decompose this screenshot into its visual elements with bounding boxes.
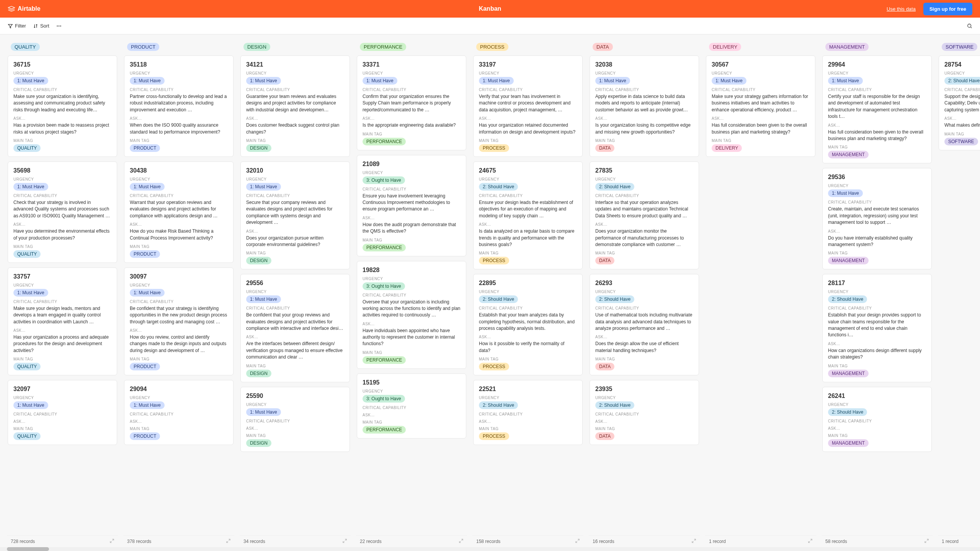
kanban-card[interactable]: 35118URGENCY1: Must HaveCRITICAL CAPABIL… bbox=[124, 55, 234, 157]
kanban-card[interactable]: 32010URGENCY1: Must HaveCRITICAL CAPABIL… bbox=[240, 161, 350, 269]
ask-text: How do you review, control and identify … bbox=[130, 334, 228, 354]
ask-label: ASK… bbox=[246, 229, 344, 233]
column-badge: DELIVERY bbox=[709, 43, 741, 51]
critical-label: CRITICAL CAPABILITY bbox=[130, 88, 228, 92]
column-footer: 16 records bbox=[589, 535, 700, 547]
critical-label: CRITICAL CAPABILITY bbox=[130, 412, 228, 416]
column-body[interactable]: 33371URGENCY1: Must HaveCRITICAL CAPABIL… bbox=[356, 55, 467, 535]
kanban-card[interactable]: 32038URGENCY1: Must HaveCRITICAL CAPABIL… bbox=[590, 55, 699, 157]
ask-label: ASK… bbox=[246, 335, 344, 339]
urgency-label: URGENCY bbox=[13, 177, 111, 181]
ask-label: ASK… bbox=[13, 419, 111, 424]
kanban-card[interactable]: 30097URGENCY1: Must HaveCRITICAL CAPABIL… bbox=[124, 267, 234, 375]
main-tag-pill: PROCESS bbox=[479, 144, 509, 152]
expand-icon[interactable] bbox=[343, 539, 347, 544]
record-count: 728 records bbox=[11, 539, 35, 544]
column-body[interactable]: 36715URGENCY1: Must HaveCRITICAL CAPABIL… bbox=[7, 55, 118, 535]
urgency-pill: 2: Should Have bbox=[828, 408, 867, 416]
expand-icon[interactable] bbox=[226, 539, 230, 544]
kanban-card[interactable]: 23935URGENCY2: Should HaveCRITICAL CAPAB… bbox=[590, 380, 699, 445]
expand-icon[interactable] bbox=[575, 539, 580, 544]
page-title: Kanban bbox=[479, 5, 501, 12]
critical-label: CRITICAL CAPABILITY bbox=[363, 187, 461, 191]
kanban-card[interactable]: 26241URGENCY2: Should HaveCRITICAL CAPAB… bbox=[822, 387, 932, 452]
ask-text: Has your organization retained documente… bbox=[479, 122, 577, 135]
kanban-card[interactable]: 30567URGENCY1: Must HaveCRITICAL CAPABIL… bbox=[706, 55, 815, 157]
kanban-card[interactable]: 29964URGENCY1: Must HaveCRITICAL CAPABIL… bbox=[822, 55, 932, 163]
kanban-card[interactable]: 33371URGENCY1: Must HaveCRITICAL CAPABIL… bbox=[357, 55, 466, 150]
kanban-card[interactable]: 25590URGENCY1: Must HaveCRITICAL CAPABIL… bbox=[240, 387, 350, 452]
ask-text: Has full consideration been given to the… bbox=[828, 129, 926, 142]
record-count: 34 records bbox=[243, 539, 265, 544]
expand-icon[interactable] bbox=[808, 539, 812, 544]
brand-logo[interactable]: Airtable bbox=[8, 5, 41, 13]
urgency-label: URGENCY bbox=[246, 290, 344, 294]
horizontal-scrollbar[interactable] bbox=[0, 547, 980, 551]
card-id: 19828 bbox=[363, 267, 461, 274]
kanban-card[interactable]: 19828URGENCY3: Ought to HaveCRITICAL CAP… bbox=[357, 261, 466, 369]
column-body[interactable]: 32038URGENCY1: Must HaveCRITICAL CAPABIL… bbox=[589, 55, 700, 535]
critical-label: CRITICAL CAPABILITY bbox=[246, 306, 344, 310]
ask-label: ASK… bbox=[13, 222, 111, 227]
urgency-pill: 2: Should Have bbox=[828, 295, 867, 303]
filter-button[interactable]: Filter bbox=[8, 23, 26, 29]
sort-button[interactable]: Sort bbox=[33, 23, 49, 29]
main-tag-pill: DESIGN bbox=[246, 439, 271, 447]
signup-button[interactable]: Sign up for free bbox=[923, 3, 972, 15]
card-id: 26293 bbox=[595, 280, 693, 287]
column-body[interactable]: 28754URGENCY2: Should HaveCRITICAL CAPAB… bbox=[938, 55, 980, 535]
urgency-label: URGENCY bbox=[479, 177, 577, 181]
ask-label: ASK… bbox=[363, 413, 461, 417]
kanban-card[interactable]: 32097URGENCY1: Must HaveCRITICAL CAPABIL… bbox=[8, 380, 117, 445]
kanban-card[interactable]: 29556URGENCY1: Must HaveCRITICAL CAPABIL… bbox=[240, 274, 350, 382]
kanban-board[interactable]: QUALITY36715URGENCY1: Must HaveCRITICAL … bbox=[0, 34, 980, 551]
kanban-card[interactable]: 35698URGENCY1: Must HaveCRITICAL CAPABIL… bbox=[8, 161, 117, 263]
column-footer: 1 record bbox=[938, 535, 980, 547]
column-body[interactable]: 33197URGENCY1: Must HaveCRITICAL CAPABIL… bbox=[472, 55, 583, 535]
column-header: PERFORMANCE bbox=[356, 41, 467, 55]
kanban-card[interactable]: 29094URGENCY1: Must HaveCRITICAL CAPABIL… bbox=[124, 380, 234, 445]
expand-icon[interactable] bbox=[692, 539, 696, 544]
urgency-label: URGENCY bbox=[479, 290, 577, 294]
main-tag-pill: MANAGEMENT bbox=[828, 257, 869, 264]
kanban-card[interactable]: 28117URGENCY2: Should HaveCRITICAL CAPAB… bbox=[822, 274, 932, 382]
critical-text: Partner cross-functionally to develop an… bbox=[130, 93, 228, 113]
expand-icon[interactable] bbox=[924, 539, 929, 544]
kanban-card[interactable]: 22895URGENCY2: Should HaveCRITICAL CAPAB… bbox=[473, 274, 583, 375]
ask-label: ASK… bbox=[130, 328, 228, 333]
kanban-card[interactable]: 30438URGENCY1: Must HaveCRITICAL CAPABIL… bbox=[124, 161, 234, 263]
search-button[interactable] bbox=[967, 23, 972, 29]
kanban-card[interactable]: 33757URGENCY1: Must HaveCRITICAL CAPABIL… bbox=[8, 267, 117, 375]
header-actions: Use this data Sign up for free bbox=[887, 3, 972, 15]
kanban-card[interactable]: 26293URGENCY2: Should HaveCRITICAL CAPAB… bbox=[590, 274, 699, 375]
kanban-card[interactable]: 21089URGENCY3: Ought to HaveCRITICAL CAP… bbox=[357, 155, 466, 256]
maintag-label: MAIN TAG bbox=[363, 238, 461, 242]
expand-icon[interactable] bbox=[459, 539, 463, 544]
column-body[interactable]: 30567URGENCY1: Must HaveCRITICAL CAPABIL… bbox=[705, 55, 816, 535]
card-id: 29094 bbox=[130, 386, 228, 393]
urgency-label: URGENCY bbox=[363, 277, 461, 281]
critical-label: CRITICAL CAPABILITY bbox=[246, 194, 344, 198]
column-body[interactable]: 29964URGENCY1: Must HaveCRITICAL CAPABIL… bbox=[822, 55, 933, 535]
kanban-card[interactable]: 36715URGENCY1: Must HaveCRITICAL CAPABIL… bbox=[8, 55, 117, 157]
urgency-label: URGENCY bbox=[363, 389, 461, 393]
column-body[interactable]: 35118URGENCY1: Must HaveCRITICAL CAPABIL… bbox=[123, 55, 234, 535]
ask-label: ASK… bbox=[479, 335, 577, 339]
kanban-card[interactable]: 28754URGENCY2: Should HaveCRITICAL CAPAB… bbox=[939, 55, 980, 150]
ask-label: ASK… bbox=[828, 342, 926, 346]
maintag-label: MAIN TAG bbox=[130, 427, 228, 431]
kanban-card[interactable]: 29536URGENCY1: Must HaveCRITICAL CAPABIL… bbox=[822, 168, 932, 269]
kanban-card[interactable]: 24675URGENCY2: Should HaveCRITICAL CAPAB… bbox=[473, 161, 583, 269]
kanban-card[interactable]: 27835URGENCY2: Should HaveCRITICAL CAPAB… bbox=[590, 161, 699, 269]
use-data-link[interactable]: Use this data bbox=[887, 6, 916, 12]
kanban-card[interactable]: 34121URGENCY1: Must HaveCRITICAL CAPABIL… bbox=[240, 55, 350, 157]
kanban-card[interactable]: 33197URGENCY1: Must HaveCRITICAL CAPABIL… bbox=[473, 55, 583, 157]
scrollbar-thumb[interactable] bbox=[7, 547, 49, 551]
kanban-card[interactable]: 15195URGENCY3: Ought to HaveCRITICAL CAP… bbox=[357, 373, 466, 439]
card-id: 27835 bbox=[595, 167, 693, 174]
more-button[interactable] bbox=[56, 23, 62, 29]
column-body[interactable]: 34121URGENCY1: Must HaveCRITICAL CAPABIL… bbox=[240, 55, 351, 535]
kanban-card[interactable]: 22521URGENCY2: Should HaveCRITICAL CAPAB… bbox=[473, 380, 583, 445]
filter-icon bbox=[8, 23, 13, 29]
expand-icon[interactable] bbox=[110, 539, 114, 544]
